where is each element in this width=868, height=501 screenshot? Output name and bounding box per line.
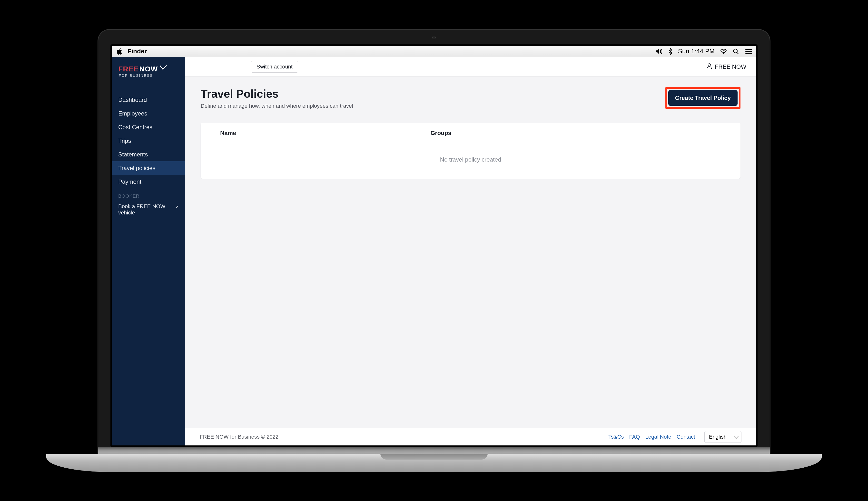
mac-app-name[interactable]: Finder bbox=[127, 47, 147, 55]
mac-menubar: Finder Sun 1:44 PM bbox=[112, 46, 756, 57]
sidebar-item-payment[interactable]: Payment bbox=[112, 175, 185, 189]
footer-copyright: FREE NOW for Business © 2022 bbox=[200, 434, 279, 440]
spotlight-icon[interactable] bbox=[733, 48, 739, 55]
column-groups: Groups bbox=[431, 130, 451, 137]
footer-links: Ts&Cs FAQ Legal Note Contact bbox=[608, 434, 695, 440]
svg-point-0 bbox=[723, 53, 724, 54]
brand-now: NOW bbox=[139, 65, 158, 73]
laptop-frame: Finder Sun 1:44 PM bbox=[97, 29, 771, 447]
sidebar-item-book-vehicle[interactable]: Book a FREE NOW vehicle ↗ bbox=[112, 201, 185, 218]
camera-dot bbox=[432, 36, 436, 39]
laptop-hinge bbox=[97, 447, 771, 454]
external-link-icon: ↗ bbox=[175, 204, 179, 210]
sidebar-item-trips[interactable]: Trips bbox=[112, 134, 185, 148]
user-icon bbox=[707, 63, 712, 71]
svg-point-2 bbox=[745, 49, 746, 50]
footer-link-faq[interactable]: FAQ bbox=[629, 434, 640, 440]
account-menu[interactable]: FREE NOW bbox=[707, 63, 746, 71]
column-name: Name bbox=[220, 130, 431, 137]
page-subtitle: Define and manage how, when and where em… bbox=[201, 103, 353, 109]
table-header: Name Groups bbox=[209, 123, 732, 143]
laptop-mockup: Finder Sun 1:44 PM bbox=[46, 29, 822, 472]
content: Travel Policies Define and manage how, w… bbox=[185, 76, 756, 428]
menu-list-icon[interactable] bbox=[744, 49, 752, 54]
laptop-base bbox=[46, 454, 822, 472]
account-label: FREE NOW bbox=[715, 63, 746, 70]
language-value: English bbox=[709, 434, 726, 440]
create-button-highlight: Create Travel Policy bbox=[666, 87, 741, 109]
policies-card: Name Groups No travel policy created bbox=[201, 123, 741, 179]
nav: Dashboard Employees Cost Centres Trips S… bbox=[112, 93, 185, 218]
sidebar-item-statements[interactable]: Statements bbox=[112, 148, 185, 161]
app-root: FREE NOW FOR BUSINESS Dashboard Employee… bbox=[112, 57, 756, 446]
brand-logo: FREE NOW FOR BUSINESS bbox=[112, 57, 185, 82]
sidebar-item-cost-centres[interactable]: Cost Centres bbox=[112, 120, 185, 134]
screen: Finder Sun 1:44 PM bbox=[112, 46, 756, 446]
page-title: Travel Policies bbox=[201, 87, 353, 100]
switch-account-button[interactable]: Switch account bbox=[251, 61, 298, 73]
svg-point-4 bbox=[745, 53, 746, 54]
svg-point-5 bbox=[708, 64, 711, 66]
main: Switch account FREE NOW bbox=[185, 57, 756, 446]
svg-point-1 bbox=[733, 49, 737, 53]
sidebar-item-travel-policies[interactable]: Travel policies bbox=[112, 161, 185, 175]
footer-link-legal[interactable]: Legal Note bbox=[645, 434, 671, 440]
sidebar-book-label: Book a FREE NOW vehicle bbox=[118, 203, 167, 216]
screen-bezel: Finder Sun 1:44 PM bbox=[111, 44, 757, 447]
sidebar: FREE NOW FOR BUSINESS Dashboard Employee… bbox=[112, 57, 185, 446]
bluetooth-icon[interactable] bbox=[668, 48, 673, 55]
svg-point-3 bbox=[745, 51, 746, 52]
footer-link-contact[interactable]: Contact bbox=[677, 434, 695, 440]
sidebar-section-booker: BOOKER bbox=[112, 189, 185, 201]
footer-link-tscs[interactable]: Ts&Cs bbox=[608, 434, 624, 440]
brand-free: FREE bbox=[118, 65, 139, 73]
sidebar-item-employees[interactable]: Employees bbox=[112, 107, 185, 120]
create-travel-policy-button[interactable]: Create Travel Policy bbox=[668, 90, 738, 106]
page-header: Travel Policies Define and manage how, w… bbox=[201, 87, 741, 109]
empty-state: No travel policy created bbox=[201, 143, 741, 179]
mac-clock[interactable]: Sun 1:44 PM bbox=[678, 47, 715, 55]
apple-icon[interactable] bbox=[116, 48, 122, 55]
brand-sub: FOR BUSINESS bbox=[119, 74, 179, 77]
brand-check-icon bbox=[160, 64, 167, 72]
topbar: Switch account FREE NOW bbox=[185, 57, 756, 76]
volume-icon[interactable] bbox=[656, 49, 663, 54]
language-select[interactable]: English bbox=[704, 431, 741, 443]
footer: FREE NOW for Business © 2022 Ts&Cs FAQ L… bbox=[185, 428, 756, 446]
sidebar-item-dashboard[interactable]: Dashboard bbox=[112, 93, 185, 107]
wifi-icon[interactable] bbox=[720, 49, 727, 54]
